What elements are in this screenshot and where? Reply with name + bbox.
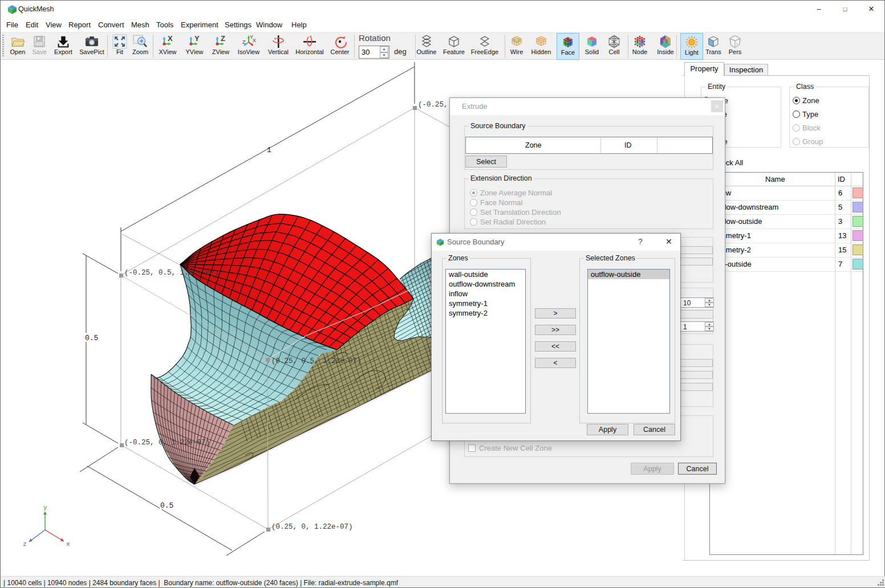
svg-text:(-0.25, 0.5, 1.22e-07): (-0.25, 0.5, 1.22e-07) — [124, 269, 218, 277]
svg-text:x: x — [66, 541, 70, 548]
svg-text:X: X — [253, 38, 256, 43]
svg-text:1: 1 — [267, 146, 271, 154]
svg-text:(0.25, 0.5, 1.22e-07): (0.25, 0.5, 1.22e-07) — [271, 357, 362, 365]
svg-text:0.5: 0.5 — [85, 334, 98, 342]
svg-text:0.5: 0.5 — [160, 501, 173, 510]
svg-text:X: X — [168, 34, 173, 43]
svg-text:(-0.25, 0, 1.22e-07): (-0.25, 0, 1.22e-07) — [124, 439, 210, 447]
svg-text:Z: Z — [242, 39, 246, 45]
svg-text:(0.25, 0, 1.22e-07): (0.25, 0, 1.22e-07) — [271, 523, 353, 531]
svg-text:z: z — [23, 541, 27, 548]
svg-text:Y: Y — [194, 34, 200, 43]
svg-text:Z: Z — [221, 34, 225, 43]
svg-text:y: y — [43, 504, 47, 511]
